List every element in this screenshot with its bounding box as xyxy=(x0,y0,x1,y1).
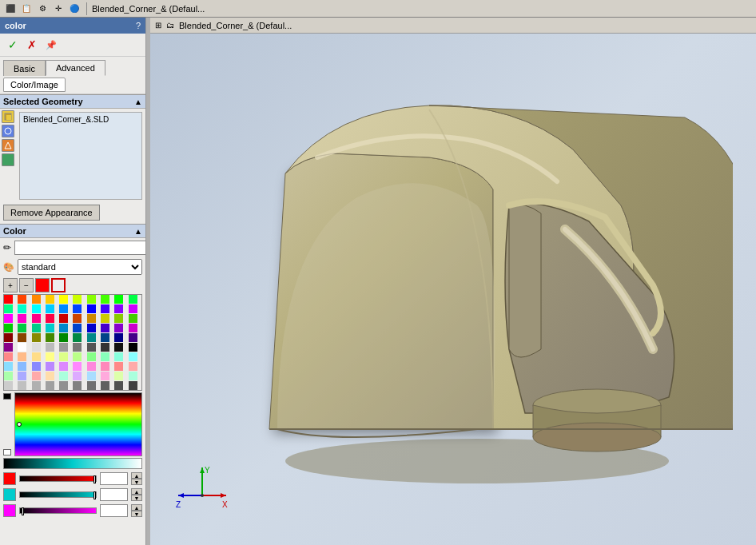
palette-cell[interactable] xyxy=(4,352,13,361)
palette-cell[interactable] xyxy=(18,352,26,361)
geo-icon-4[interactable] xyxy=(2,153,14,166)
color-scheme-dropdown[interactable]: standard custom xyxy=(18,259,142,275)
palette-cell[interactable] xyxy=(32,314,41,323)
palette-cell[interactable] xyxy=(129,362,137,371)
palette-cell[interactable] xyxy=(32,362,41,371)
palette-remove-button[interactable]: − xyxy=(19,278,34,292)
palette-cell[interactable] xyxy=(4,314,13,323)
palette-cell[interactable] xyxy=(73,362,82,371)
palette-cell[interactable] xyxy=(114,324,123,332)
geo-icon-2[interactable] xyxy=(2,125,14,137)
blue-slider-track[interactable] xyxy=(19,507,97,514)
palette-cell[interactable] xyxy=(46,295,54,304)
palette-cell[interactable] xyxy=(101,381,109,390)
panel-help-button[interactable]: ? xyxy=(136,21,141,30)
green-up-button[interactable]: ▲ xyxy=(131,488,142,495)
palette-cell[interactable] xyxy=(32,352,41,361)
selected-geometry-collapse[interactable]: ▲ xyxy=(134,97,142,106)
palette-cell[interactable] xyxy=(59,304,68,313)
palette-cell[interactable] xyxy=(46,333,54,342)
tab-basic[interactable]: Basic xyxy=(3,60,46,76)
palette-cell[interactable] xyxy=(101,324,109,332)
palette-cell[interactable] xyxy=(59,324,68,332)
blue-up-button[interactable]: ▲ xyxy=(131,504,142,511)
palette-cell[interactable] xyxy=(18,324,26,332)
palette-cell[interactable] xyxy=(18,333,26,342)
palette-cell[interactable] xyxy=(87,352,96,361)
palette-cell[interactable] xyxy=(4,362,13,371)
palette-cell[interactable] xyxy=(101,352,109,361)
palette-cell[interactable] xyxy=(129,304,137,313)
blue-value-input[interactable] xyxy=(100,504,128,517)
palette-cell[interactable] xyxy=(129,372,137,380)
palette-cell[interactable] xyxy=(46,314,54,323)
palette-cell[interactable] xyxy=(73,352,82,361)
geo-icon-3[interactable] xyxy=(2,139,14,152)
gradient-hue-bar[interactable] xyxy=(14,392,142,456)
palette-cell[interactable] xyxy=(73,314,82,323)
palette-cell[interactable] xyxy=(101,295,109,304)
palette-cell[interactable] xyxy=(87,304,96,313)
palette-cell[interactable] xyxy=(87,362,96,371)
palette-cell[interactable] xyxy=(32,333,41,342)
geometry-item[interactable]: Blended_Corner_&.SLD xyxy=(22,114,140,125)
palette-cell[interactable] xyxy=(129,314,137,323)
palette-cell[interactable] xyxy=(114,333,123,342)
palette-cell[interactable] xyxy=(46,304,54,313)
color-section-collapse[interactable]: ▲ xyxy=(134,227,142,236)
green-slider-track[interactable] xyxy=(19,491,97,498)
palette-cell[interactable] xyxy=(46,362,54,371)
palette-cell[interactable] xyxy=(87,372,96,380)
palette-cell[interactable] xyxy=(59,352,68,361)
palette-cell[interactable] xyxy=(18,314,26,323)
palette-cell[interactable] xyxy=(4,381,13,390)
palette-cell[interactable] xyxy=(4,324,13,332)
palette-cell[interactable] xyxy=(59,333,68,342)
palette-cell[interactable] xyxy=(114,314,123,323)
palette-cell[interactable] xyxy=(129,324,137,332)
palette-cell[interactable] xyxy=(32,372,41,380)
palette-cell[interactable] xyxy=(18,362,26,371)
palette-cell[interactable] xyxy=(87,295,96,304)
palette-cell[interactable] xyxy=(114,362,123,371)
palette-cell[interactable] xyxy=(87,381,96,390)
palette-cell[interactable] xyxy=(18,343,26,352)
eyedropper-icon[interactable]: ✏ xyxy=(3,242,11,253)
toolbar-icon-4[interactable]: ✛ xyxy=(51,2,66,16)
palette-cell[interactable] xyxy=(73,372,82,380)
palette-cell[interactable] xyxy=(129,352,137,361)
palette-cell[interactable] xyxy=(87,314,96,323)
palette-cell[interactable] xyxy=(101,304,109,313)
palette-cell[interactable] xyxy=(46,352,54,361)
palette-cell[interactable] xyxy=(129,381,137,390)
cancel-button[interactable]: ✗ xyxy=(24,37,40,53)
palette-cell[interactable] xyxy=(87,324,96,332)
palette-cell[interactable] xyxy=(129,333,137,342)
palette-cell[interactable] xyxy=(18,372,26,380)
palette-cell[interactable] xyxy=(59,381,68,390)
palette-cell[interactable] xyxy=(101,362,109,371)
palette-cell[interactable] xyxy=(114,372,123,380)
palette-cell[interactable] xyxy=(32,295,41,304)
palette-cell[interactable] xyxy=(73,343,82,352)
palette-cell[interactable] xyxy=(101,343,109,352)
remove-appearance-button[interactable]: Remove Appearance xyxy=(3,205,100,221)
palette-cell[interactable] xyxy=(4,372,13,380)
palette-cell[interactable] xyxy=(32,343,41,352)
palette-cell[interactable] xyxy=(114,295,123,304)
palette-cell[interactable] xyxy=(114,304,123,313)
palette-cell[interactable] xyxy=(87,343,96,352)
gradient-lightness-bar[interactable] xyxy=(3,458,142,469)
palette-cell[interactable] xyxy=(18,295,26,304)
palette-cell[interactable] xyxy=(46,324,54,332)
toolbar-icon-3[interactable]: ⚙ xyxy=(35,2,50,16)
palette-cell[interactable] xyxy=(18,381,26,390)
palette-add-button[interactable]: + xyxy=(3,278,18,292)
red-up-button[interactable]: ▲ xyxy=(131,472,142,479)
subtab-color-image[interactable]: Color/Image xyxy=(3,78,66,92)
palette-cell[interactable] xyxy=(101,372,109,380)
expand-icon[interactable]: ⊞ xyxy=(155,21,161,30)
palette-cell[interactable] xyxy=(73,333,82,342)
palette-cell[interactable] xyxy=(114,352,123,361)
color-hex-input[interactable] xyxy=(14,241,145,255)
